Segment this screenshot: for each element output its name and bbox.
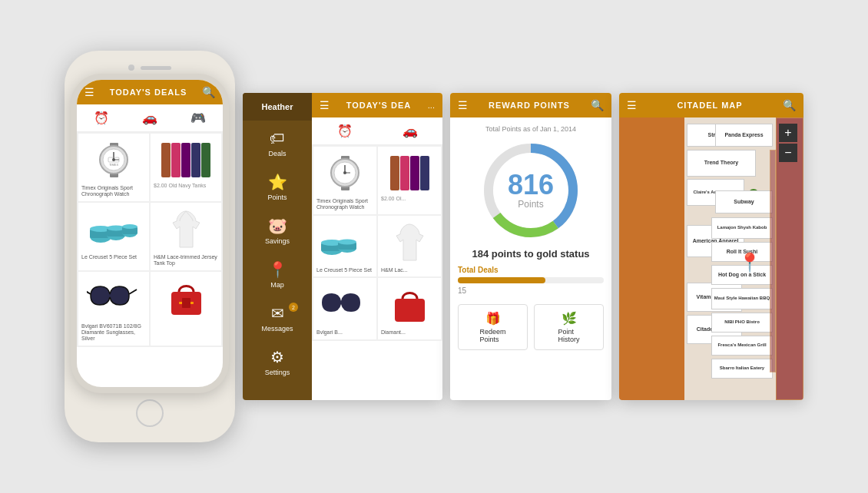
- deals-bar-fill: [458, 277, 545, 283]
- store-panda[interactable]: Panda Express: [715, 124, 773, 147]
- svg-rect-22: [182, 298, 190, 308]
- product-tanks[interactable]: $2.00 Old Navy Tanks: [151, 134, 221, 201]
- sidebar-map-label: Map: [270, 281, 284, 289]
- sunglasses-image: [81, 275, 146, 321]
- sidebar-item-settings[interactable]: ⚙ Settings: [243, 339, 312, 382]
- screen2-menu-icon[interactable]: ☰: [320, 99, 330, 111]
- pots-image: [81, 206, 146, 252]
- map-icon: 📍: [268, 260, 287, 279]
- screen3: ☰ REWARD POINTS 🔍 Total Points as of Jan…: [450, 93, 611, 400]
- screen4-title: CITADEL MAP: [677, 101, 742, 110]
- history-button[interactable]: 🌿 PointHistory: [534, 304, 604, 350]
- phone1-bottom: [71, 393, 229, 433]
- screen4-menu-icon[interactable]: ☰: [627, 99, 637, 111]
- product-shirt[interactable]: H&M Lace-trimmed Jersey Tank Top: [151, 203, 221, 270]
- screen3-header: ☰ REWARD POINTS 🔍: [450, 93, 611, 117]
- sidebar-item-deals[interactable]: 🏷 Deals: [243, 121, 312, 164]
- screen2-bag-name: Diamant...: [381, 329, 438, 336]
- search-icon[interactable]: 🔍: [202, 86, 215, 98]
- points-label: Points: [508, 199, 554, 210]
- sidebar-user: Heather: [243, 93, 312, 121]
- screen2-watch-name: Timex Originals Sport Chronograph Watch: [316, 198, 373, 211]
- settings-icon: ⚙: [270, 348, 284, 366]
- deals-count: 15: [458, 286, 604, 295]
- screen3-title: REWARD POINTS: [489, 101, 570, 110]
- watch-name: Timex Originals Sport Chronograph Watch: [81, 185, 146, 198]
- screen4: ☰ CITADEL MAP 🔍 Stride Rite Trend Theory…: [619, 93, 803, 400]
- svg-rect-36: [395, 299, 425, 322]
- tanks-image: [154, 137, 218, 183]
- screen2-tanks-price: $2.00 Ol...: [381, 196, 438, 201]
- history-icon: 🌿: [562, 311, 577, 326]
- pots-name: Le Creuset 5 Piece Set: [81, 254, 146, 260]
- savings-icon: 🐷: [268, 217, 287, 235]
- store-nibi[interactable]: NIBI PHO Bistro: [711, 313, 773, 333]
- store-frescos[interactable]: Fresca's Mexican Grill: [711, 336, 773, 356]
- sidebar-messages-label: Messages: [261, 325, 293, 333]
- sidebar-item-map[interactable]: 📍 Map: [243, 251, 312, 295]
- screen2-content: ☰ TODAY'S DEA ... ⏰ 🚗: [312, 93, 442, 400]
- screen2-pots-img: [316, 219, 373, 265]
- sidebar-settings-label: Settings: [265, 369, 290, 376]
- svg-point-35: [338, 239, 356, 244]
- screen2-pots-name: Le Creuset 5 Piece Set: [316, 267, 373, 273]
- tab-auto[interactable]: 🚗: [138, 110, 161, 127]
- product-bag[interactable]: [151, 272, 221, 346]
- product-watch[interactable]: TIMEX Timex Originals Sport Chronograph …: [78, 134, 149, 201]
- screen2-pots[interactable]: Le Creuset 5 Piece Set: [313, 216, 376, 276]
- history-label: PointHistory: [558, 328, 579, 343]
- sidebar: Heather 🏷 Deals ⭐ Points 🐷 Savings 📍 Map…: [243, 93, 312, 400]
- redeem-icon: 🎁: [485, 311, 501, 326]
- product-sunglasses[interactable]: Bvlgari BV6071B 102/8G Diamante Sunglass…: [78, 272, 149, 346]
- screen2-header: ☰ TODAY'S DEA ...: [312, 93, 442, 117]
- gold-status-text: 184 points to gold status: [472, 248, 589, 260]
- store-maui[interactable]: Maui Style Hawaiian BBQ: [711, 288, 773, 309]
- action-buttons: 🎁 RedeemPoints 🌿 PointHistory: [458, 304, 604, 350]
- phone1-frame: ☰ TODAY'S DEALS 🔍 ⏰ 🚗 🎮: [65, 51, 235, 442]
- product-grid: TIMEX Timex Originals Sport Chronograph …: [77, 132, 223, 347]
- phone1-top: [71, 60, 229, 74]
- screen3-menu-icon[interactable]: ☰: [458, 99, 468, 111]
- sidebar-item-savings[interactable]: 🐷 Savings: [243, 207, 312, 251]
- map-left-strip: [619, 117, 684, 400]
- store-trend-theory[interactable]: Trend Theory: [687, 150, 756, 177]
- points-circle: 816 Points: [481, 141, 581, 240]
- redeem-button[interactable]: 🎁 RedeemPoints: [458, 304, 528, 350]
- menu-icon[interactable]: ☰: [84, 86, 94, 98]
- bag-image: [154, 275, 218, 321]
- speaker-bar: [141, 66, 171, 70]
- screen2-tab-deals[interactable]: ⏰: [333, 123, 356, 140]
- screen2-bag[interactable]: Diamant...: [378, 278, 441, 339]
- sidebar-item-messages[interactable]: ✉ 2 Messages: [243, 295, 312, 339]
- map-divider: [770, 150, 776, 372]
- sunglasses-name: Bvlgari BV6071B 102/8G Diamante Sunglass…: [81, 323, 146, 342]
- svg-line-19: [87, 290, 91, 294]
- location-pin: 📍: [738, 252, 761, 273]
- product-pots[interactable]: Le Creuset 5 Piece Set: [78, 203, 149, 270]
- screen2-product-grid: Timex Originals Sport Chronograph Watch …: [312, 145, 442, 341]
- messages-icon: ✉: [271, 304, 284, 323]
- home-button[interactable]: [136, 399, 164, 427]
- screen3-search-icon[interactable]: 🔍: [591, 99, 604, 111]
- screen2-sunglasses[interactable]: Bvlgari B...: [313, 278, 376, 339]
- screen2-tabs: ⏰ 🚗: [312, 117, 442, 145]
- screen2-sunglasses-img: [316, 281, 373, 327]
- screen2-tab-auto[interactable]: 🚗: [399, 123, 422, 140]
- tab-other[interactable]: 🎮: [187, 110, 210, 127]
- screen2-bag-img: [381, 281, 438, 327]
- store-subway[interactable]: Subway: [715, 190, 773, 213]
- store-lamajoon[interactable]: Lamajon Shysh Kabob: [711, 217, 773, 239]
- screen2-tanks[interactable]: $2.00 Ol...: [378, 147, 441, 214]
- screen2-watch[interactable]: Timex Originals Sport Chronograph Watch: [313, 147, 376, 214]
- zoom-in-button[interactable]: +: [779, 124, 797, 142]
- sidebar-savings-label: Savings: [265, 237, 290, 245]
- phone1-screen: ☰ TODAY'S DEALS 🔍 ⏰ 🚗 🎮: [77, 80, 223, 387]
- store-sbarro[interactable]: Sbarro Italian Eatery: [711, 359, 773, 379]
- redeem-label: RedeemPoints: [479, 328, 505, 343]
- screen4-search-icon[interactable]: 🔍: [783, 99, 796, 111]
- zoom-out-button[interactable]: −: [779, 144, 797, 162]
- sidebar-item-points[interactable]: ⭐ Points: [243, 164, 312, 207]
- screen4-header: ☰ CITADEL MAP 🔍: [619, 93, 803, 117]
- tab-deals[interactable]: ⏰: [90, 110, 113, 127]
- screen2-shirt[interactable]: H&M Lac...: [378, 216, 441, 276]
